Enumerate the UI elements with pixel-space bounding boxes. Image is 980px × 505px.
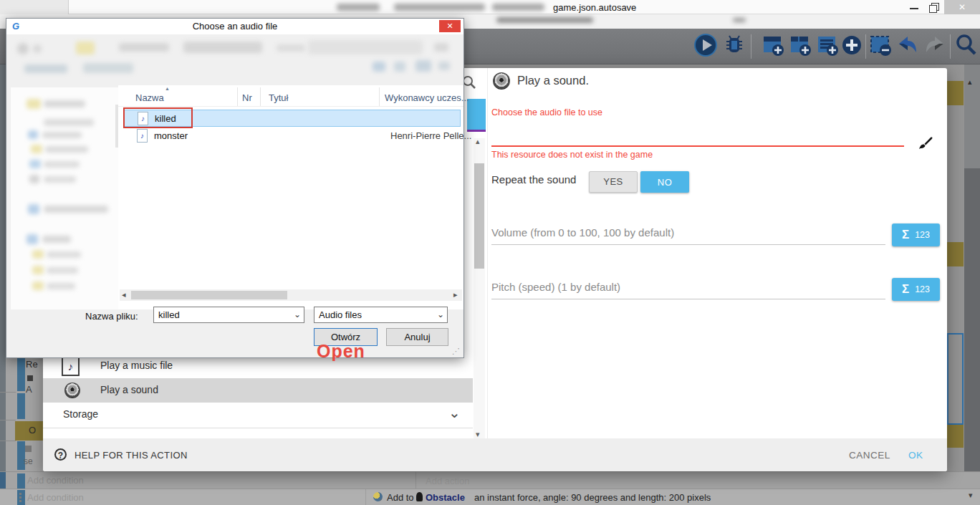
ok-button[interactable]: OK [908,450,923,461]
file-dialog-close-button[interactable]: ✕ [439,20,461,32]
column-header-title[interactable]: Tytuł [269,92,288,103]
background-left-edge [0,64,6,505]
condition-action-divider [415,472,416,489]
dropdown-arrow-icon[interactable]: ⌄ [437,307,444,322]
toolbar-separator [751,34,751,59]
column-header-artists[interactable]: Wykonawcy uczes... [385,92,469,103]
undo-icon[interactable] [895,33,920,57]
filename-input[interactable]: killed ⌄ [153,307,304,323]
action-group-storage[interactable]: Storage ⌄ [43,403,473,428]
action-search-icon[interactable] [462,75,476,92]
filename-label: Nazwa pliku: [85,311,138,322]
sigma-icon: Σ [902,228,909,242]
toolbar-separator [950,34,951,59]
scroll-up-icon[interactable]: ▴ [968,77,972,87]
event-text-fragment: se [24,456,33,466]
titlebar-tab [0,0,69,14]
file-row-monster[interactable]: ♪ monster Henri-Pierre Pelle... [124,128,461,145]
event-text-fragment: Re [26,359,38,370]
add-condition-link[interactable]: Add condition [27,492,84,503]
add-comment-icon[interactable] [815,33,840,57]
column-header-nr[interactable]: Nr [242,92,252,103]
cancel-button[interactable]: Anuluj [386,328,448,346]
action-item-label: Play a music file [100,360,173,371]
action-list-item-sound[interactable]: Play a sound [43,378,473,403]
volume-field-underline[interactable] [491,244,885,245]
divider [0,392,16,393]
resize-grip-icon[interactable]: ⋰ [452,347,460,356]
action-text-suffix[interactable]: an instant force, angle: 90 degrees and … [474,492,711,503]
remove-event-icon[interactable] [868,33,893,57]
event-row-action: Add condition Add to Obstacle an instant… [0,489,980,505]
help-link[interactable]: HELP FOR THIS ACTION [75,450,188,461]
audio-field-label: Choose the audio file to use [491,107,602,117]
volume-expression-button[interactable]: Σ 123 [892,223,940,246]
scroll-left-icon[interactable]: ◂ [122,290,126,299]
pitch-expression-button[interactable]: Σ 123 [892,278,940,301]
restore-button[interactable] [924,0,944,14]
scrollbar-thumb[interactable] [131,291,287,299]
help-icon[interactable]: ? [54,448,67,461]
header-divider [118,106,463,107]
file-artist: Henri-Pierre Pelle... [390,130,471,141]
brush-icon[interactable] [917,135,934,155]
column-divider[interactable] [237,87,238,106]
speaker-icon [64,383,80,398]
event-indent-bar [17,393,25,419]
close-button[interactable]: ✕ [944,0,980,14]
redo-icon[interactable] [923,33,947,57]
audio-field-underline[interactable] [491,145,904,147]
background-scrollbar-thumb[interactable] [964,168,980,505]
redacted-address-bar [7,34,463,87]
chevron-down-icon: ⌄ [448,404,461,421]
add-new-icon[interactable] [841,34,865,59]
event-indent-bar [17,473,25,489]
filetype-select[interactable]: Audio files ⌄ [314,307,448,323]
redacted-title-2 [394,4,485,11]
object-thumbnail-icon [416,492,423,501]
file-dialog-title: Choose an audio file [193,21,278,32]
scroll-up-icon[interactable]: ▴ [476,137,480,146]
scrollbar-thumb[interactable] [474,163,484,269]
search-icon[interactable] [954,33,979,57]
action-object-name[interactable]: Obstacle [426,492,465,503]
audio-file-icon: ♪ [137,129,148,143]
file-name: monster [154,130,188,141]
numbers-icon: 123 [915,284,930,294]
pitch-field-underline[interactable] [491,299,885,299]
event-indent-bar [17,356,25,391]
scroll-down-icon[interactable]: ▾ [969,491,973,500]
play-icon[interactable] [693,33,718,57]
event-icon-fragment [25,446,32,452]
redacted-title-1 [337,4,380,11]
add-subevent-icon[interactable] [788,33,812,57]
debug-icon[interactable] [722,33,746,57]
add-condition-link[interactable]: Add condition [27,475,84,486]
event-selection-outline [947,333,964,425]
volume-field-label: Volume (from 0 to 100, 100 by default) [491,226,674,239]
category-selected-tile[interactable] [467,99,486,130]
repeat-label: Repeat the sound [491,173,576,186]
column-header-name[interactable]: Nazwa [135,92,164,103]
dropdown-arrow-icon[interactable]: ⌄ [294,307,301,322]
scroll-right-icon[interactable]: ▸ [453,290,458,299]
column-divider[interactable] [379,87,380,106]
dialog-footer: ? HELP FOR THIS ACTION CANCEL OK [43,438,947,471]
action-title: Play a sound. [517,74,589,87]
audio-field-error: This resource does not exist in the game [491,150,653,160]
cancel-button[interactable]: CANCEL [849,450,890,461]
repeat-no-button[interactable]: NO [640,171,689,193]
background-scrollbar-track[interactable] [964,64,980,168]
column-divider[interactable] [260,87,261,106]
repeat-yes-button[interactable]: YES [589,171,638,193]
toolbar-separator [865,34,866,59]
action-text-prefix[interactable]: Add to [387,492,414,503]
horizontal-scrollbar[interactable]: ◂ ▸ [120,289,462,301]
drag-handle-icon[interactable] [19,493,21,495]
add-action-link[interactable]: Add action [426,476,469,486]
window-title: game.json.autosave [553,2,636,13]
minimize-button[interactable] [904,0,924,14]
redacted-nav-tree [11,87,120,309]
add-event-icon[interactable] [761,33,785,57]
group-label: Storage [63,408,98,420]
